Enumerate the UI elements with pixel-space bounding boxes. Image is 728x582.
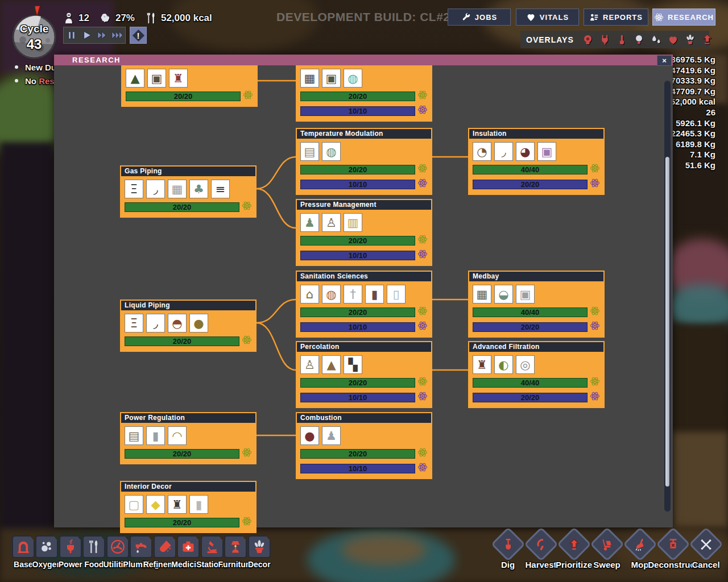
tool-sweep[interactable]: Sweep [590, 529, 623, 569]
research-progress-row: 20/20 [121, 201, 255, 213]
building-icon: ▦ [168, 180, 187, 198]
build-category-tile[interactable] [82, 535, 105, 558]
build-category-tile[interactable] [248, 535, 271, 558]
pause-button[interactable] [64, 27, 79, 43]
panel-header[interactable]: RESEARCH [54, 55, 673, 65]
building-icon: ◠ [168, 426, 187, 445]
build-category-decor[interactable]: Decor [247, 535, 271, 569]
sweep-icon [600, 538, 614, 551]
tool-diamond-tile[interactable] [590, 527, 624, 562]
tech-title: Interior Decor [121, 482, 255, 492]
basic-atom-icon [417, 90, 428, 102]
alert-button[interactable]: ! [130, 27, 147, 44]
build-category-tile[interactable] [12, 535, 35, 558]
advanced-research-bar: 20/20 [473, 393, 588, 402]
build-category-power[interactable]: Power [59, 535, 82, 569]
germ-overlay-button[interactable] [665, 32, 682, 47]
tool-prioritize[interactable]: Prioritize [557, 529, 590, 569]
basic-research-bar: 20/20 [300, 92, 415, 101]
basic-atom-icon [417, 306, 428, 318]
tech-card[interactable]: Liquid Piping Ξ◞◓● 20/20 [120, 300, 257, 352]
tech-title: Insulation [469, 129, 603, 139]
tech-card[interactable]: Power Regulation ▤▮◠ 20/20 [120, 412, 257, 464]
building-icon: ♜ [169, 69, 188, 88]
tech-building-icons: ▤▮◠ [121, 423, 255, 445]
basic-research-bar: 20/20 [300, 165, 415, 174]
building-icon: ♣ [189, 180, 208, 198]
tech-title: Temperature Modulation [297, 129, 431, 139]
tool-diamond-tile[interactable] [557, 527, 592, 562]
tech-card[interactable]: Advanced Filtration ♜◐◎ 40/4020/20 [468, 341, 605, 408]
tool-diamond-tile[interactable] [491, 527, 526, 562]
tech-card[interactable]: Sanitation Sciences ⌂◍†▮▯ 20/2010/10 [296, 271, 432, 338]
building-icon: ≡ [211, 180, 230, 198]
tech-building-icons: ▦◒▣ [469, 281, 603, 304]
liquid-overlay-button[interactable] [648, 32, 665, 47]
research-button[interactable]: RESEARCH [652, 9, 715, 26]
build-category-tile[interactable] [177, 535, 200, 558]
priority-overlay-button[interactable] [699, 32, 716, 47]
alert-exclamation: ! [130, 27, 146, 43]
building-icon: ◍ [322, 142, 341, 161]
tech-card[interactable]: ▲▣♜ 20/20 [121, 64, 258, 107]
research-progress-row: 40/40 [469, 306, 603, 318]
basic-atom-icon [590, 163, 600, 176]
tech-card[interactable]: Percolation ♙▲▚ 20/2010/10 [296, 341, 432, 408]
fastest-forward-button[interactable] [110, 27, 125, 43]
building-icon: ◐ [494, 355, 513, 374]
tool-diamond-tile[interactable] [524, 527, 559, 562]
build-category-tile[interactable] [59, 535, 82, 558]
tech-card[interactable]: Medbay ▦◒▣ 40/4020/20 [468, 271, 605, 338]
light-overlay-icon [633, 34, 645, 45]
build-category-furniture[interactable]: Furniture [224, 535, 248, 569]
build-category-tile[interactable] [106, 535, 129, 558]
power-overlay-button[interactable] [597, 32, 614, 47]
temperature-overlay-button[interactable] [614, 32, 631, 47]
jobs-button[interactable]: JOBS [448, 9, 511, 26]
oxygen-overlay-button[interactable] [580, 32, 597, 47]
building-icon: ▯ [387, 285, 406, 304]
tech-card[interactable]: ▦▣◍ 20/2010/10 [296, 64, 432, 122]
tool-diamond-tile[interactable] [656, 527, 690, 562]
tech-card[interactable]: Insulation ◔◞◕▣ 40/4020/20 [468, 128, 605, 195]
building-icon: ♜ [473, 355, 491, 374]
tool-harvest[interactable]: Harvest [524, 529, 557, 569]
tech-card[interactable]: Pressure Management ♟♙▥ 20/2010/10 [296, 199, 432, 266]
calorie-total[interactable]: 52,000 kcal [145, 12, 212, 24]
harvest-icon [534, 538, 548, 551]
play-button[interactable] [79, 27, 94, 43]
build-category-tile[interactable] [154, 535, 176, 558]
advanced-atom-icon [417, 321, 428, 333]
tool-diamond-tile[interactable] [623, 527, 657, 562]
build-category-base[interactable]: Base [11, 535, 35, 569]
close-button[interactable]: × [657, 55, 672, 66]
vitals-button[interactable]: VITALS [516, 9, 579, 26]
build-category-tile[interactable] [130, 535, 152, 558]
build-category-food[interactable]: Food [82, 535, 106, 569]
decor-overlay-button[interactable] [682, 32, 699, 47]
build-category-tile[interactable] [35, 535, 58, 558]
light-overlay-button[interactable] [631, 32, 648, 47]
stress-average[interactable]: 27% [100, 12, 135, 24]
tool-dig[interactable]: Dig [491, 529, 524, 569]
building-icon: ▚ [344, 355, 362, 374]
tech-card[interactable]: Temperature Modulation ▤◍ 20/2010/10 [296, 128, 432, 195]
tool-diamond-tile[interactable] [689, 527, 723, 562]
build-category-tile[interactable] [224, 535, 247, 558]
scrollbar-thumb[interactable] [665, 157, 669, 487]
build-category-oxygen[interactable]: Oxygen [35, 535, 59, 569]
fast-forward-button[interactable] [94, 27, 110, 43]
reports-button[interactable]: REPORTS [584, 9, 648, 26]
advanced-atom-icon [417, 391, 428, 404]
tool-label: Mop [631, 560, 649, 569]
tool-deconstruct[interactable]: Deconstruct [656, 529, 689, 569]
build-category-tile[interactable] [201, 535, 224, 558]
duplicant-count[interactable]: 12 [63, 12, 89, 24]
research-progress-row: 10/10 [297, 391, 431, 404]
cancel-icon [699, 538, 713, 551]
tool-cancel[interactable]: Cancel [689, 529, 722, 569]
cycle-badge[interactable]: Cycle 43 [8, 5, 60, 60]
tech-card[interactable]: Gas Piping Ξ◞▦♣≡ 20/20 [120, 165, 257, 218]
tech-card[interactable]: Combustion ●♟ 20/2010/10 [296, 412, 432, 479]
tech-card[interactable]: Interior Decor ▢◆♜▮ 20/20 [120, 481, 257, 533]
